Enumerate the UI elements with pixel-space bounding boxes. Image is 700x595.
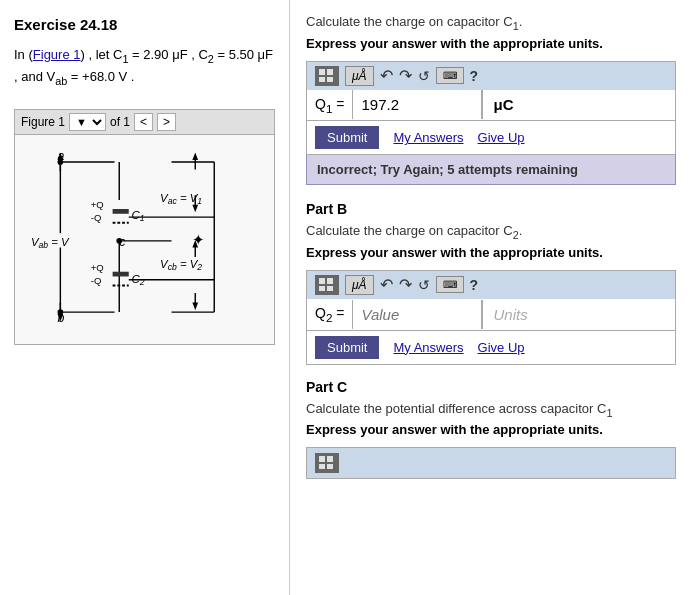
svg-text:-Q: -Q: [91, 212, 102, 223]
part-b-refresh-button[interactable]: ↺: [418, 277, 430, 293]
part-a-answer-unit: μC: [482, 90, 552, 119]
help-button[interactable]: ?: [470, 68, 479, 84]
part-a-error-banner: Incorrect; Try Again; 5 attempts remaini…: [306, 155, 676, 185]
part-b-redo-button[interactable]: ↷: [399, 275, 412, 294]
part-b-section: Part B Calculate the charge on capacitor…: [306, 201, 684, 364]
right-panel: Calculate the charge on capacitor C1. Ex…: [290, 0, 700, 595]
svg-rect-54: [319, 464, 325, 469]
svg-rect-51: [327, 286, 333, 291]
part-a-answer-input[interactable]: [352, 90, 482, 119]
svg-marker-29: [192, 204, 198, 212]
part-b-question1: Calculate the charge on capacitor C2.: [306, 223, 684, 241]
part-b-give-up-button[interactable]: Give Up: [478, 340, 525, 355]
part-c-toolbar: [306, 447, 676, 479]
part-a-question2: Express your answer with the appropriate…: [306, 36, 684, 51]
part-a-answer-label: Q1 =: [307, 90, 352, 121]
part-b-matrix-icon[interactable]: [315, 275, 339, 295]
part-a-question1: Calculate the charge on capacitor C1.: [306, 14, 684, 32]
part-a-section: Calculate the charge on capacitor C1. Ex…: [306, 14, 684, 185]
circuit-diagram: a b c Vab = V: [23, 143, 263, 333]
svg-marker-39: [192, 302, 198, 310]
figure-link[interactable]: Figure 1: [33, 47, 81, 62]
part-b-keyboard-button[interactable]: ⌨: [436, 276, 464, 293]
svg-rect-50: [319, 286, 325, 291]
figure-select[interactable]: ▼: [69, 113, 106, 131]
part-b-help-button[interactable]: ?: [470, 277, 479, 293]
part-c-section: Part C Calculate the potential differenc…: [306, 379, 684, 480]
part-b-question2: Express your answer with the appropriate…: [306, 245, 684, 260]
svg-rect-55: [327, 464, 333, 469]
part-b-submit-button[interactable]: Submit: [315, 336, 379, 359]
of-label: of 1: [110, 115, 130, 129]
left-panel: Exercise 24.18 In (Figure 1) , let C1 = …: [0, 0, 290, 595]
svg-rect-44: [319, 69, 325, 75]
part-c-label: Part C: [306, 379, 684, 395]
part-c-matrix-icon[interactable]: [315, 453, 339, 473]
part-b-unit-selector-button[interactable]: μÅ: [345, 275, 374, 295]
matrix-icon[interactable]: [315, 66, 339, 86]
exercise-title: Exercise 24.18: [14, 16, 275, 33]
svg-text:Vac = V1: Vac = V1: [160, 192, 202, 206]
figure-next-button[interactable]: >: [157, 113, 176, 131]
figure-content: a b c Vab = V: [15, 135, 274, 344]
figure-container: Figure 1 ▼ of 1 < > a b c Vab = V: [14, 109, 275, 345]
part-b-submit-row: Submit My Answers Give Up: [306, 330, 676, 365]
svg-rect-46: [319, 77, 325, 82]
part-a-give-up-button[interactable]: Give Up: [478, 130, 525, 145]
svg-rect-49: [327, 278, 333, 284]
part-a-toolbar: μÅ ↶ ↷ ↺ ⌨ ?: [306, 61, 676, 90]
redo-button[interactable]: ↷: [399, 66, 412, 85]
part-b-label: Part B: [306, 201, 684, 217]
svg-text:Vcb = V2: Vcb = V2: [160, 258, 202, 272]
svg-rect-45: [327, 69, 333, 75]
part-a-my-answers-button[interactable]: My Answers: [393, 130, 463, 145]
svg-text:Vab = V: Vab = V: [31, 235, 70, 249]
part-b-answer-input[interactable]: [352, 300, 482, 329]
part-a-submit-row: Submit My Answers Give Up: [306, 120, 676, 155]
part-b-my-answers-button[interactable]: My Answers: [393, 340, 463, 355]
part-c-question1: Calculate the potential difference acros…: [306, 401, 684, 419]
svg-rect-52: [319, 456, 325, 462]
undo-button[interactable]: ↶: [380, 66, 393, 85]
figure-label: Figure 1: [21, 115, 65, 129]
keyboard-button[interactable]: ⌨: [436, 67, 464, 84]
svg-text:-Q: -Q: [91, 274, 102, 285]
part-a-answer-row: Q1 = μC: [306, 90, 676, 121]
part-b-answer-label: Q2 =: [307, 299, 352, 330]
svg-rect-47: [327, 77, 333, 82]
exercise-description: In (Figure 1) , let C1 = 2.90 μF , C2 = …: [14, 45, 275, 89]
figure-prev-button[interactable]: <: [134, 113, 153, 131]
unit-selector-button[interactable]: μÅ: [345, 66, 374, 86]
svg-text:+Q: +Q: [91, 198, 104, 209]
figure-header: Figure 1 ▼ of 1 < >: [15, 110, 274, 135]
part-b-undo-button[interactable]: ↶: [380, 275, 393, 294]
svg-text:✦: ✦: [192, 230, 205, 247]
part-a-submit-button[interactable]: Submit: [315, 126, 379, 149]
part-b-answer-row: Q2 = Units: [306, 299, 676, 330]
part-c-question2: Express your answer with the appropriate…: [306, 422, 684, 437]
refresh-button[interactable]: ↺: [418, 68, 430, 84]
svg-rect-53: [327, 456, 333, 462]
svg-marker-27: [192, 152, 198, 160]
svg-text:C1: C1: [132, 209, 145, 223]
svg-text:+Q: +Q: [91, 262, 104, 273]
part-b-toolbar: μÅ ↶ ↷ ↺ ⌨ ?: [306, 270, 676, 299]
svg-rect-48: [319, 278, 325, 284]
part-b-answer-unit: Units: [482, 300, 552, 329]
